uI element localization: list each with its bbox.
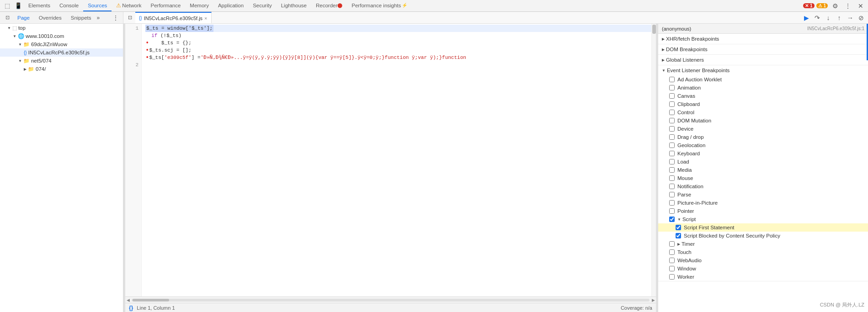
- tab-performance-insights[interactable]: Performance insights ⚡: [347, 0, 412, 11]
- dom-section-header[interactable]: ▶ DOM Breakpoints: [658, 44, 868, 54]
- bp-device[interactable]: Device: [658, 125, 868, 133]
- customize-icon[interactable]: ⋮: [842, 0, 853, 11]
- sidebar-toggle-icon[interactable]: ⊡: [2, 12, 13, 23]
- checkbox-pip[interactable]: [669, 200, 675, 206]
- bp-worker[interactable]: Worker: [658, 273, 868, 281]
- sidebar-item-file-selected[interactable]: {} IN5CvLacRcP6.e309c5f.js: [0, 48, 123, 57]
- checkbox-timer[interactable]: [669, 241, 675, 247]
- checkbox-keyboard[interactable]: [669, 151, 675, 156]
- panel-tab-snippets[interactable]: Snippets: [66, 12, 96, 23]
- checkbox-control[interactable]: [669, 110, 675, 115]
- inspect-icon[interactable]: ⬚: [2, 0, 13, 11]
- global-section-header[interactable]: ▶ Global Listeners: [658, 55, 868, 65]
- bp-pip[interactable]: Picture-in-Picture: [658, 199, 868, 207]
- editor-hscroll[interactable]: ◀ ▶: [125, 296, 656, 303]
- bp-animation[interactable]: Animation: [658, 84, 868, 92]
- sidebar-item-domain[interactable]: ▼ 🌐 www.10010.com: [0, 32, 123, 40]
- checkbox-animation[interactable]: [669, 85, 675, 90]
- tab-recorder[interactable]: Recorder ⬤: [311, 0, 347, 11]
- checkbox-dom-mutation[interactable]: [669, 118, 675, 123]
- hscroll-track[interactable]: [132, 299, 650, 301]
- bp-window[interactable]: Window: [658, 264, 868, 273]
- sidebar-item-folder2[interactable]: ▼ 📁 net5/074: [0, 57, 123, 65]
- tab-network[interactable]: ⚠ Network: [112, 0, 146, 11]
- deactivate-breakpoints-icon[interactable]: ⊘: [856, 13, 866, 23]
- step-over-icon[interactable]: ↷: [812, 13, 822, 23]
- tab-security[interactable]: Security: [248, 0, 277, 11]
- bp-dom-mutation[interactable]: DOM Mutation: [658, 116, 868, 125]
- file-tab-close[interactable]: ×: [204, 16, 207, 21]
- sidebar-item-folder3[interactable]: ▶ 📁 074/: [0, 65, 123, 73]
- bp-control[interactable]: Control: [658, 108, 868, 116]
- bp-drag-drop[interactable]: Drag / drop: [658, 133, 868, 141]
- event-section-header[interactable]: ▼ Event Listener Breakpoints: [658, 65, 868, 75]
- bp-ad-auction[interactable]: Ad Auction Worklet: [658, 75, 868, 84]
- checkbox-load[interactable]: [669, 159, 675, 164]
- checkbox-script[interactable]: [669, 217, 675, 222]
- bp-script-first-stmt[interactable]: Script First Statement: [658, 223, 868, 232]
- checkbox-webaudio[interactable]: [669, 258, 675, 263]
- checkbox-canvas[interactable]: [669, 93, 675, 99]
- step-icon[interactable]: →: [845, 13, 855, 23]
- sidebar-item-top[interactable]: ▼ ⬚ top: [0, 24, 123, 32]
- checkbox-notification[interactable]: [669, 184, 675, 189]
- bp-clipboard[interactable]: Clipboard: [658, 100, 868, 108]
- bp-parse[interactable]: Parse: [658, 190, 868, 199]
- tab-performance[interactable]: Performance: [146, 0, 186, 11]
- checkbox-mouse[interactable]: [669, 175, 675, 181]
- checkbox-ad-auction[interactable]: [669, 77, 675, 82]
- checkbox-window[interactable]: [669, 266, 675, 271]
- checkbox-clipboard[interactable]: [669, 101, 675, 107]
- close-devtools-icon[interactable]: ✕: [855, 0, 866, 11]
- hscroll-right-btn[interactable]: ▶: [650, 298, 656, 302]
- editor-vscroll[interactable]: [651, 24, 656, 296]
- global-section: ▶ Global Listeners: [658, 55, 868, 65]
- panel-more-icon[interactable]: »: [96, 15, 100, 21]
- checkbox-media[interactable]: [669, 167, 675, 173]
- checkbox-pointer[interactable]: [669, 208, 675, 214]
- tab-memory[interactable]: Memory: [185, 0, 213, 11]
- bp-script[interactable]: ▼ Script: [658, 215, 868, 223]
- code-line-6: [145, 61, 651, 69]
- device-icon[interactable]: 📱: [13, 0, 24, 11]
- panel-tab-page[interactable]: Page: [13, 12, 34, 23]
- checkbox-drag-drop[interactable]: [669, 134, 675, 140]
- checkbox-parse[interactable]: [669, 192, 675, 197]
- tab-sources[interactable]: Sources: [83, 0, 112, 11]
- tab-console[interactable]: Console: [55, 0, 83, 11]
- bp-geolocation[interactable]: Geolocation: [658, 141, 868, 149]
- checkbox-touch[interactable]: [669, 249, 675, 255]
- tab-elements[interactable]: Elements: [24, 0, 55, 11]
- bp-media[interactable]: Media: [658, 166, 868, 174]
- hscroll-left-btn[interactable]: ◀: [125, 298, 131, 302]
- pause-script-icon[interactable]: ▶: [801, 13, 811, 23]
- xhr-section-header[interactable]: ▶ XHR/fetch Breakpoints: [658, 34, 868, 44]
- sidebar-item-folder1[interactable]: ▼ 📁 69dcJIZnWuow: [0, 40, 123, 48]
- step-out-icon[interactable]: ↑: [834, 13, 844, 23]
- step-into-icon[interactable]: ↓: [823, 13, 833, 23]
- checkbox-geolocation[interactable]: [669, 143, 675, 148]
- bp-pointer[interactable]: Pointer: [658, 207, 868, 215]
- bp-load[interactable]: Load: [658, 158, 868, 166]
- checkbox-device[interactable]: [669, 126, 675, 132]
- panel-menu-icon[interactable]: ⋮: [110, 12, 121, 23]
- bp-webaudio[interactable]: WebAudio: [658, 256, 868, 264]
- checkbox-script-csp[interactable]: [676, 233, 681, 238]
- code-content-area[interactable]: $_ts = window['$_ts']; if (!$_ts) • $_ts…: [142, 24, 651, 296]
- bp-timer[interactable]: ▶ Timer: [658, 240, 868, 248]
- bp-script-csp[interactable]: Script Blocked by Content Security Polic…: [658, 232, 868, 240]
- bp-keyboard[interactable]: Keyboard: [658, 149, 868, 158]
- panel-tab-overrides[interactable]: Overrides: [34, 12, 66, 23]
- bp-notification[interactable]: Notification: [658, 182, 868, 190]
- bp-canvas[interactable]: Canvas: [658, 92, 868, 100]
- checkbox-script-first-stmt[interactable]: [676, 225, 681, 230]
- bp-mouse[interactable]: Mouse: [658, 174, 868, 182]
- checkbox-worker[interactable]: [669, 274, 675, 280]
- tab-lighthouse[interactable]: Lighthouse: [277, 0, 311, 11]
- active-file-tab[interactable]: {} IN5CvLacRcP6.e309c5f.js ×: [135, 12, 212, 23]
- bp-touch[interactable]: Touch: [658, 248, 868, 256]
- source-toggle-icon[interactable]: ⊡: [124, 12, 135, 23]
- label-geolocation: Geolocation: [677, 143, 705, 148]
- tab-application[interactable]: Application: [213, 0, 248, 11]
- settings-icon[interactable]: ⚙: [830, 0, 841, 11]
